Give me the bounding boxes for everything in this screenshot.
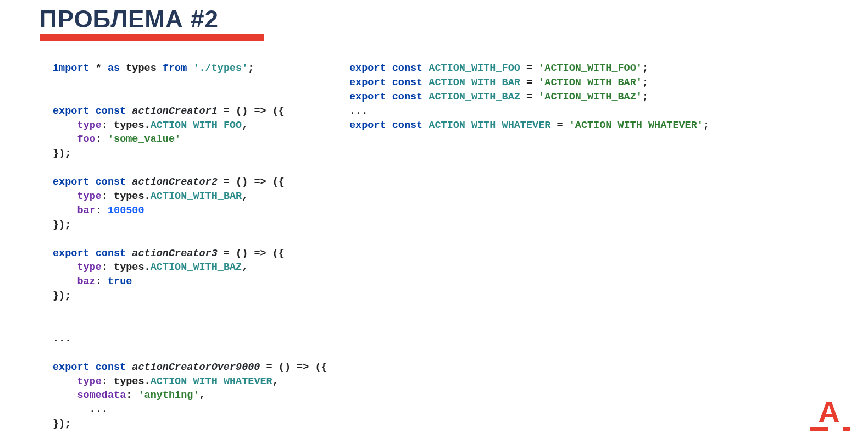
brand-logo-letter: А [810, 399, 848, 425]
code-token: ACTION_WITH_BAR [429, 77, 520, 88]
code-token: ; [642, 91, 648, 103]
code-token [53, 134, 77, 145]
code-token: export const [53, 176, 132, 188]
code-token: ; [703, 120, 709, 131]
code-token: , [242, 262, 248, 273]
code-token: actionCreatorOver9000 [132, 362, 260, 373]
code-token: ({ [266, 176, 285, 188]
code-token: , [242, 120, 248, 131]
code-token [53, 262, 77, 273]
code-token: , [272, 376, 279, 387]
code-token: somedata [77, 390, 126, 401]
slide-title-wrap: ПРОБЛЕМА #2 [40, 5, 219, 33]
right-code-column: export const ACTION_WITH_FOO = 'ACTION_W… [349, 62, 835, 431]
code-token: => [254, 106, 266, 117]
code-token: : types. [102, 191, 151, 202]
code-token: type [77, 191, 101, 202]
code-token: }); [53, 219, 71, 231]
code-token: './types' [193, 63, 248, 74]
code-token: ; [642, 77, 648, 88]
code-token: ACTION_WITH_FOO [429, 63, 520, 74]
slide-title: ПРОБЛЕМА #2 [40, 5, 219, 33]
code-token: ... [349, 106, 368, 117]
code-token: = [550, 120, 569, 131]
code-token: = [520, 77, 538, 88]
code-token: }); [53, 148, 71, 159]
code-token: export const [349, 63, 429, 74]
code-token: : [126, 390, 138, 401]
code-token: , [199, 390, 205, 401]
code-token: = () [218, 248, 254, 259]
code-token: ... [53, 333, 71, 345]
code-token: }); [53, 418, 71, 430]
code-token: 100500 [108, 205, 144, 217]
code-token: * [96, 63, 108, 74]
code-token: : types. [102, 262, 151, 273]
code-token [53, 390, 77, 401]
code-token: import [53, 63, 96, 74]
code-token: ACTION_WITH_BAZ [429, 91, 520, 103]
code-token: => [297, 362, 309, 373]
code-token: export const [349, 120, 429, 131]
code-token: export const [53, 248, 132, 259]
code-token: types [126, 63, 163, 74]
code-token: type [77, 376, 101, 387]
code-token [53, 276, 77, 287]
code-token: actionCreator2 [132, 176, 217, 188]
left-code-block: import * as types from './types'; export… [53, 62, 327, 431]
code-token: ... [53, 404, 108, 415]
code-token: as [108, 63, 126, 74]
code-token: export const [349, 77, 429, 88]
code-token: = [520, 91, 538, 103]
code-columns: import * as types from './types'; export… [53, 62, 835, 431]
code-token: ACTION_WITH_WHATEVER [429, 120, 550, 131]
brand-logo: А [810, 399, 848, 431]
code-token: : [96, 205, 108, 217]
code-token: ({ [309, 362, 327, 373]
code-token: 'ACTION_WITH_BAZ' [538, 91, 642, 103]
code-token: = () [218, 176, 254, 188]
code-token: actionCreator3 [132, 248, 217, 259]
code-token [53, 120, 77, 131]
code-token: export const [349, 91, 429, 103]
code-token: true [108, 276, 132, 287]
code-token: from [163, 63, 193, 74]
left-code-column: import * as types from './types'; export… [53, 62, 327, 431]
code-token: export const [53, 362, 132, 373]
right-code-block: export const ACTION_WITH_FOO = 'ACTION_W… [349, 62, 835, 132]
code-token: ; [248, 63, 254, 74]
code-token: foo [77, 134, 95, 145]
code-token: bar [77, 205, 95, 217]
code-token [53, 376, 77, 387]
code-token [53, 191, 77, 202]
code-token: => [254, 248, 266, 259]
code-token: = () [218, 106, 254, 117]
code-token: export const [53, 106, 132, 117]
code-token: ; [642, 63, 648, 74]
code-token: : types. [102, 376, 151, 387]
title-underline [40, 34, 264, 41]
code-token: ({ [266, 106, 285, 117]
code-token: 'anything' [138, 390, 199, 401]
code-token: => [254, 176, 266, 188]
code-token: = () [260, 362, 297, 373]
code-token: 'ACTION_WITH_FOO' [538, 63, 642, 74]
code-token: ACTION_WITH_WHATEVER [151, 376, 272, 387]
code-token: : [96, 276, 108, 287]
code-token: ACTION_WITH_BAZ [151, 262, 242, 273]
code-token: baz [77, 276, 95, 287]
brand-logo-dash [843, 427, 850, 431]
code-token: ACTION_WITH_BAR [151, 191, 242, 202]
code-token: : types. [102, 120, 151, 131]
code-token: }); [53, 290, 71, 302]
code-token: ACTION_WITH_FOO [151, 120, 242, 131]
code-token: type [77, 120, 101, 131]
code-token: type [77, 262, 101, 273]
code-token [53, 205, 77, 217]
code-token: ({ [266, 248, 285, 259]
code-token: actionCreator1 [132, 106, 217, 117]
code-token: 'some_value' [108, 134, 181, 145]
code-token: : [96, 134, 108, 145]
code-token: = [520, 63, 538, 74]
code-token: , [242, 191, 248, 202]
